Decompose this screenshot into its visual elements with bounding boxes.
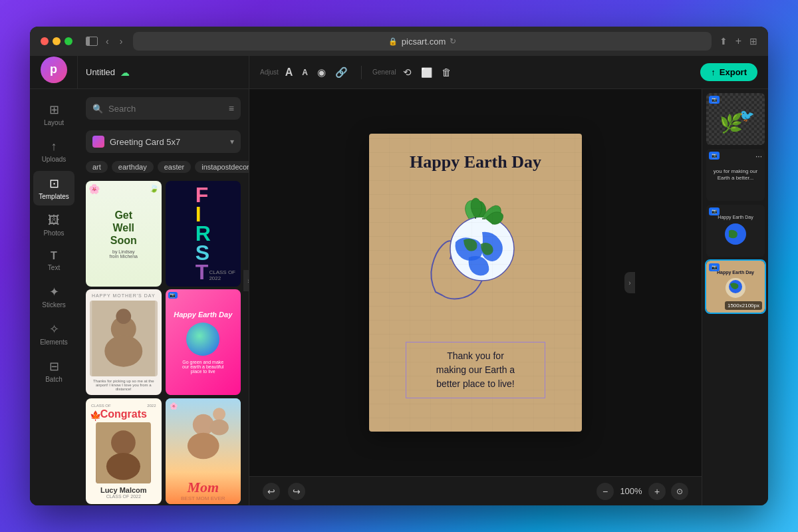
more-button-2[interactable]: ··· (755, 152, 762, 161)
template-mothers-day[interactable]: HAPPY MOTHER'S DAY Thanks for picking up… (86, 289, 162, 395)
general-group: General ⟲ ⬜ 🗑 (372, 64, 454, 81)
search-icon: 🔍 (92, 104, 103, 114)
fit-button[interactable]: ⊙ (671, 483, 688, 500)
logo-button[interactable]: p (41, 57, 67, 83)
refresh-icon[interactable]: ↻ (450, 37, 456, 46)
tag-art[interactable]: art (86, 161, 108, 173)
earth-pink-footer: Go green and makeour earth a beautifulpl… (182, 360, 223, 374)
panel-card-title: Happy Earth Day (717, 270, 754, 275)
svg-point-5 (111, 430, 136, 455)
sidebar-item-text[interactable]: T Text (33, 245, 74, 277)
canvas-container[interactable]: Happy Earth Day (249, 89, 702, 476)
tag-easter[interactable]: easter (158, 161, 192, 173)
panel-card-earth (716, 275, 755, 305)
zoom-in-button[interactable]: + (648, 483, 666, 500)
template-colorful[interactable]: F I R S T CLASS OF2022 (166, 181, 241, 287)
tag-insta[interactable]: instapostdecora (195, 161, 249, 173)
panel-text-2: you for making our Earth a better... (710, 168, 761, 182)
tag-earthday[interactable]: earthday (112, 161, 154, 173)
link-button[interactable]: 🔗 (332, 64, 350, 81)
template-title-get-well: GetWellSoon (110, 209, 137, 247)
mothers-footer: Thanks for picking up so me at the airpo… (90, 379, 158, 391)
size-badge: 1500x2100px (725, 301, 762, 310)
sidebar-item-layout[interactable]: ⊞ Layout (33, 97, 74, 132)
panel-earth-3 (719, 221, 752, 247)
tab-grid-icon[interactable]: ⊞ (749, 36, 757, 47)
sidebar-item-stickers[interactable]: ✦ Stickers (33, 279, 74, 314)
sidebar-item-templates[interactable]: ⊡ Templates (33, 171, 74, 205)
sidebar-label-batch: Batch (45, 376, 63, 383)
filter-button[interactable]: ≡ (229, 103, 234, 114)
transform-button[interactable]: ⟲ (400, 64, 414, 81)
camera-icon-2: 📷 (709, 152, 720, 160)
browser-nav: ‹ › (86, 35, 125, 48)
sidebar-label-elements: Elements (40, 338, 68, 346)
template-earth-pink[interactable]: 📷 Happy Earth Day Go green and makeour e… (166, 289, 241, 395)
undo-button[interactable]: ↩ (263, 483, 280, 500)
right-panel-item-3[interactable]: 📷 Happy Earth Day (706, 205, 765, 257)
left-sidebar-container: p ⊞ Layout ↑ Uploads ⊡ Templates 🖼 (30, 56, 78, 505)
sidebar-toggle[interactable] (86, 37, 98, 46)
sidebar-item-batch[interactable]: ⊟ Batch (33, 354, 74, 388)
svg-point-3 (116, 309, 131, 325)
canvas-card: Happy Earth Day (369, 134, 582, 432)
right-panel-item-4[interactable]: 📷 1500x2100px Happy Earth Day (706, 261, 765, 313)
canvas-area: Happy Earth Day (249, 89, 702, 505)
toolbar-divider-1 (361, 66, 362, 79)
right-panel-item-2[interactable]: 📷 ··· you for making our Earth a better.… (706, 149, 765, 201)
svg-point-6 (106, 453, 140, 480)
close-button[interactable] (41, 37, 49, 45)
sidebar-label-templates: Templates (39, 193, 69, 200)
redo-button[interactable]: ↪ (288, 483, 305, 500)
sidebar-item-photos[interactable]: 🖼 Photos (33, 208, 74, 242)
sidebar-label-text: Text (48, 264, 60, 271)
new-tab-icon[interactable]: + (735, 35, 741, 47)
camera-icon-4: 📷 (709, 263, 720, 271)
color-picker-button[interactable]: ◉ (315, 64, 329, 81)
forward-button[interactable]: › (117, 35, 126, 48)
adjust-group: Adjust A A ◉ 🔗 (260, 64, 350, 81)
export-button[interactable]: ↑ Export (700, 63, 757, 81)
svg-text:🐦: 🐦 (739, 108, 755, 123)
address-bar[interactable]: 🔒 picsart.com ↻ (133, 32, 711, 51)
earth-pink-title: Happy Earth Day (174, 311, 232, 319)
text-icon: T (51, 250, 57, 262)
congrats-year: 2022 (147, 404, 156, 408)
search-bar[interactable]: 🔍 ≡ (86, 97, 241, 120)
right-panel: 📷 🌿 🐦 📷 ··· you for making our Earth a b… (702, 89, 768, 505)
mothers-header: HAPPY MOTHER'S DAY (92, 293, 156, 298)
zoom-level: 100% (619, 486, 643, 496)
shape-button[interactable]: ⬜ (418, 65, 435, 80)
right-panel-item-1[interactable]: 📷 🌿 🐦 (706, 93, 765, 145)
browser-window: ‹ › 🔒 picsart.com ↻ ⬆ + ⊞ p ⊞ Layout (30, 27, 768, 505)
template-dropdown[interactable]: Greeting Card 5x7 ▾ (86, 130, 241, 153)
mom-flower: 🌸 (170, 402, 178, 410)
sidebar-label-layout: Layout (44, 119, 64, 126)
template-congrats[interactable]: CLASS OF 2022 Congrats Lucy Malcom CLASS… (86, 398, 162, 504)
zoom-out-button[interactable]: − (597, 483, 614, 500)
template-subtitle: by Lindsayfrom Michena (110, 249, 138, 259)
card-footer-text[interactable]: Thank you formaking our Earth abetter pl… (406, 342, 545, 398)
back-button[interactable]: ‹ (103, 35, 112, 48)
sidebar-item-uploads[interactable]: ↑ Uploads (33, 134, 74, 168)
delete-button[interactable]: 🗑 (439, 64, 454, 80)
sidebar-item-elements[interactable]: ✧ Elements (33, 317, 74, 351)
right-panel-toggle[interactable]: › (624, 272, 635, 293)
minimize-button[interactable] (53, 37, 61, 45)
layout-icon: ⊞ (49, 102, 59, 117)
template-mom[interactable]: Mom BEST MOM EVER 🌸 (166, 398, 241, 504)
font-larger-button[interactable]: A (283, 64, 296, 81)
dropdown-label: Greeting Card 5x7 (110, 137, 230, 147)
search-input[interactable] (108, 104, 223, 114)
template-get-well[interactable]: 🌸 🍃 GetWellSoon by Lindsayfrom Michena (86, 181, 162, 287)
sidebar-label-photos: Photos (43, 229, 64, 237)
panel-toggle-button[interactable]: › (243, 270, 249, 291)
url-text: picsart.com (402, 37, 446, 47)
general-label: General (372, 68, 396, 76)
app-header: Adjust A A ◉ 🔗 General ⟲ ⬜ 🗑 ↑ Export (249, 56, 768, 89)
share-icon[interactable]: ⬆ (720, 36, 728, 47)
mom-subtitle: BEST MOM EVER (166, 495, 241, 501)
font-smaller-button[interactable]: A (299, 65, 311, 80)
maximize-button[interactable] (65, 37, 72, 45)
templates-icon: ⊡ (49, 176, 59, 191)
